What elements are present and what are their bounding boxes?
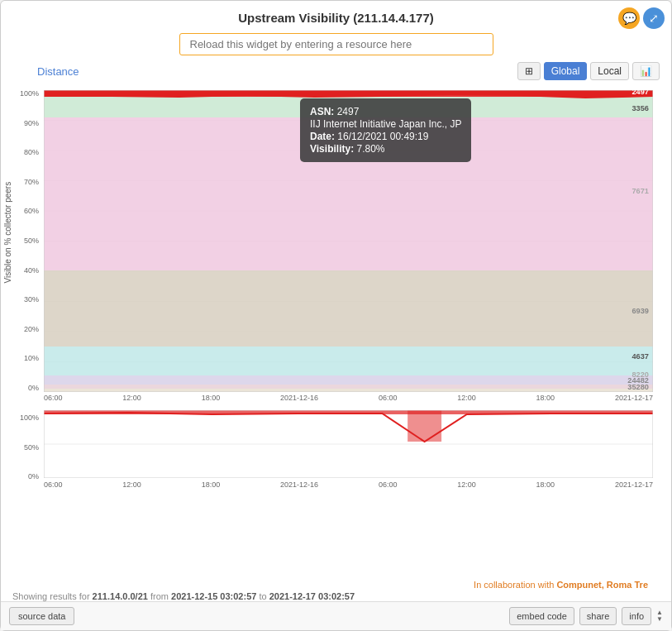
local-button[interactable]: Local (590, 62, 629, 80)
svg-text:6939: 6939 (631, 307, 648, 315)
y-tick-90: 90% (12, 120, 42, 127)
embed-code-button[interactable]: embed code (509, 607, 574, 625)
widget-container: 💬 ⤢ Upstream Visibility (211.14.4.177) D… (0, 0, 672, 631)
mini-y-50: 50% (12, 444, 42, 452)
showing-from-date: 2021-12-15 03:02:57 (171, 591, 256, 601)
search-bar-container (1, 30, 671, 60)
y-tick-0: 0% (12, 385, 42, 392)
x-tick-1200-2: 12:00 (457, 394, 476, 402)
x-axis-mini: 06:00 12:00 18:00 2021-12-16 06:00 12:00… (44, 480, 653, 489)
mini-y-0: 0% (12, 473, 42, 480)
x-tick-date2: 2021-12-17 (615, 394, 653, 402)
info-button[interactable]: info (622, 607, 651, 625)
svg-marker-13 (44, 375, 653, 385)
showing-to-date: 2021-12-17 03:02:57 (269, 591, 355, 601)
svg-text:4637: 4637 (631, 352, 648, 361)
source-data-button[interactable]: source data (9, 607, 74, 625)
collab-line: In collaboration with Compunet, Roma Tre (1, 577, 671, 590)
x-tick-0600-2: 06:00 (379, 394, 398, 402)
distance-label[interactable]: Distance (37, 65, 79, 78)
collab-names: Compunet, Roma Tre (556, 580, 648, 590)
mini-chart (44, 410, 653, 478)
mini-x-tick-1800-2: 18:00 (536, 480, 555, 489)
y-axis-label: Visible on % collector peers (3, 273, 12, 283)
showing-network: 211.14.0.0/21 (93, 591, 148, 601)
svg-marker-17 (44, 97, 653, 117)
arrow-down-icon: ▼ (656, 616, 663, 623)
y-tick-30: 30% (12, 296, 42, 304)
share-button[interactable]: share (579, 607, 617, 625)
showing-from-label: from (150, 591, 169, 601)
mini-x-tick-date2: 2021-12-17 (615, 480, 653, 489)
svg-rect-31 (44, 410, 653, 414)
footer-arrow-buttons[interactable]: ▲ ▼ (656, 609, 663, 623)
x-axis-main: 06:00 12:00 18:00 2021-12-16 06:00 12:00… (44, 394, 653, 402)
mini-x-tick-1200-2: 12:00 (457, 480, 476, 489)
expand-icon: ⤢ (649, 12, 659, 25)
svg-marker-11 (44, 389, 653, 392)
svg-text:2497: 2497 (631, 90, 648, 96)
showing-prefix: Showing results for (12, 591, 90, 601)
resource-search-input[interactable] (179, 33, 493, 55)
mini-chart-svg (44, 410, 653, 478)
footer-right: embed code share info ▲ ▼ (509, 607, 663, 625)
y-tick-10: 10% (12, 355, 42, 362)
y-tick-40: 40% (12, 267, 42, 275)
mini-x-tick-1200-1: 12:00 (122, 480, 141, 489)
x-tick-0600-1: 06:00 (44, 394, 63, 402)
chat-icon: 💬 (622, 12, 636, 25)
mini-y-ticks: 100% 50% 0% (12, 414, 42, 480)
expand-icon-btn[interactable]: ⤢ (643, 7, 665, 29)
chart-area: Visible on % collector peers 100% 90% 80… (1, 84, 671, 577)
widget-title: Upstream Visibility (211.14.4.177) (1, 1, 671, 30)
showing-line: Showing results for 211.14.0.0/21 from 2… (1, 590, 671, 601)
bar-chart-button[interactable]: 📊 (632, 62, 660, 80)
mini-x-tick-1800-1: 18:00 (202, 480, 221, 489)
y-tick-70: 70% (12, 179, 42, 186)
collab-prefix: In collaboration with (474, 580, 554, 590)
y-tick-60: 60% (12, 208, 42, 215)
footer: source data embed code share info ▲ ▼ (1, 601, 671, 630)
top-right-icons: 💬 ⤢ (618, 7, 665, 29)
svg-marker-12 (44, 385, 653, 389)
mini-x-tick-0600-1: 06:00 (44, 480, 63, 489)
mini-x-tick-0600-2: 06:00 (379, 480, 398, 489)
x-tick-1800-1: 18:00 (202, 394, 221, 402)
mini-y-100: 100% (12, 414, 42, 422)
showing-to-label: to (259, 591, 266, 601)
y-tick-100: 100% (12, 90, 42, 98)
grid-view-button[interactable]: ⊞ (517, 62, 541, 80)
y-tick-50: 50% (12, 237, 42, 245)
y-tick-20: 20% (12, 326, 42, 333)
svg-marker-14 (44, 347, 653, 375)
x-tick-date1: 2021-12-16 (280, 394, 318, 402)
svg-marker-15 (44, 270, 653, 347)
chat-icon-btn[interactable]: 💬 (618, 7, 640, 29)
global-button[interactable]: Global (544, 62, 588, 80)
svg-text:35280: 35280 (627, 383, 649, 391)
x-tick-1200-1: 12:00 (122, 394, 141, 402)
svg-text:3356: 3356 (631, 104, 648, 112)
y-tick-80: 80% (12, 149, 42, 156)
x-tick-1800-2: 18:00 (536, 394, 555, 402)
svg-rect-32 (407, 410, 441, 442)
svg-marker-16 (44, 117, 653, 270)
main-chart-svg: 2497 3356 7671 6939 4637 8220 24482 3528… (44, 90, 653, 392)
mini-x-tick-date1: 2021-12-16 (280, 480, 318, 489)
controls-row: Distance ⊞ Global Local 📊 (1, 60, 671, 84)
main-chart: 2497 3356 7671 6939 4637 8220 24482 3528… (44, 90, 653, 392)
svg-text:7671: 7671 (631, 187, 648, 195)
